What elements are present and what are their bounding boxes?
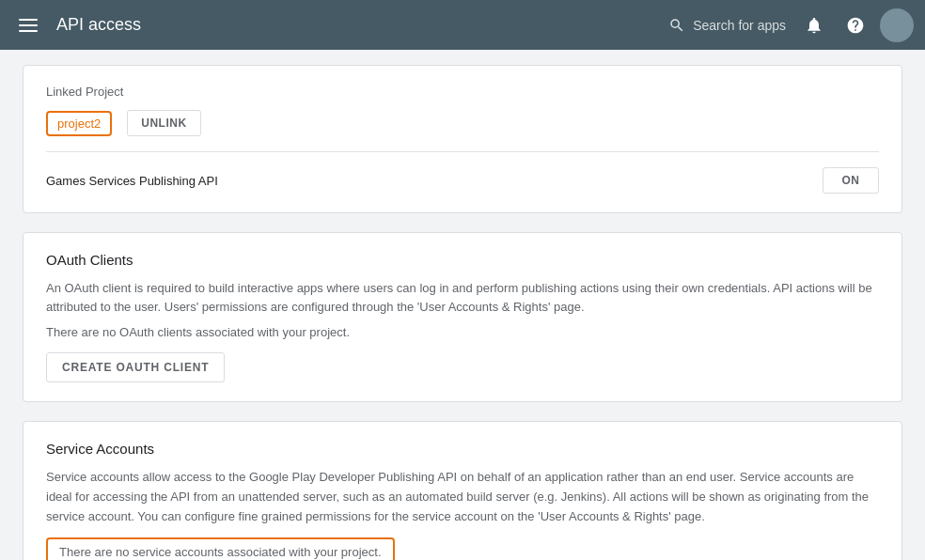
service-accounts-description: Service accounts allow access to the Goo…: [46, 468, 879, 526]
service-accounts-section-title: Service Accounts: [46, 441, 879, 457]
api-row: Games Services Publishing API ON: [46, 167, 879, 194]
search-icon: [668, 17, 685, 34]
search-bar[interactable]: Search for apps: [668, 17, 786, 34]
no-oauth-clients-text: There are no OAuth clients associated wi…: [46, 325, 879, 339]
oauth-clients-card: OAuth Clients An OAuth client is require…: [23, 232, 902, 402]
topnav-icons: [797, 8, 914, 42]
project-row: project2 UNLINK: [46, 110, 879, 136]
unlink-button[interactable]: UNLINK: [127, 110, 200, 136]
linked-project-label: Linked Project: [46, 85, 879, 99]
create-oauth-client-button[interactable]: CREATE OAUTH CLIENT: [46, 352, 225, 382]
api-name-label: Games Services Publishing API: [46, 174, 807, 188]
linked-project-card: Linked Project project2 UNLINK Games Ser…: [23, 65, 902, 213]
oauth-section-title: OAuth Clients: [46, 252, 879, 268]
main-content: Linked Project project2 UNLINK Games Ser…: [0, 50, 925, 560]
help-button[interactable]: [839, 8, 872, 42]
api-toggle-button[interactable]: ON: [823, 167, 879, 194]
topnav: API access Search for apps: [0, 0, 925, 50]
no-service-accounts-box: There are no service accounts associated…: [46, 537, 395, 560]
help-icon: [846, 16, 865, 35]
project-chip[interactable]: project2: [46, 111, 112, 136]
oauth-description: An OAuth client is required to build int…: [46, 279, 879, 316]
notifications-button[interactable]: [797, 8, 831, 42]
search-placeholder: Search for apps: [693, 18, 786, 33]
page-title: API access: [56, 15, 657, 35]
no-service-accounts-text: There are no service accounts associated…: [59, 545, 382, 559]
service-accounts-card: Service Accounts Service accounts allow …: [23, 421, 902, 560]
hamburger-menu[interactable]: [11, 11, 45, 39]
avatar[interactable]: [880, 8, 914, 42]
bell-icon: [805, 16, 823, 35]
